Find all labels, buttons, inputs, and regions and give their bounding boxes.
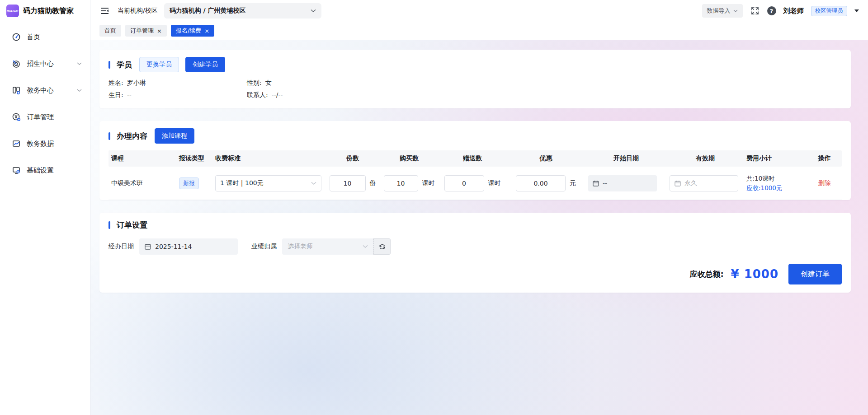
col-fee: 收费标准 xyxy=(212,154,326,163)
handling-section-title: 办理内容 xyxy=(117,131,147,141)
tab-label: 订单管理 xyxy=(130,27,154,35)
field-label: 联系人: xyxy=(247,91,268,99)
enroll-type-cell: 新报 xyxy=(176,177,212,189)
field-label: 性别: xyxy=(247,79,262,87)
app-logo: MALICAT xyxy=(6,5,19,17)
section-accent-bar xyxy=(108,221,110,229)
field-birthday: 生日: -- xyxy=(108,91,247,99)
sidebar-item-admissions[interactable]: 招生中心 xyxy=(0,55,90,73)
academic-icon xyxy=(12,86,21,95)
discount-unit: 元 xyxy=(570,179,576,187)
col-course: 课程 xyxy=(108,154,176,163)
topbar: 当前机构/校区 码力猫机构 / 广州黄埔校区 数据导入 ? 刘老师 校区管理员 xyxy=(90,0,868,22)
field-value: -- xyxy=(127,91,132,99)
purchase-cell: 课时 xyxy=(380,175,439,191)
section-accent-bar xyxy=(108,61,110,69)
handling-card: 办理内容 添加课程 课程 报读类型 收费标准 份数 购买数 赠送数 优惠 开始日… xyxy=(99,121,851,200)
start-date-input[interactable]: -- xyxy=(588,175,657,191)
order-total-row: 应收总额: ¥ 1000 创建订单 xyxy=(108,264,842,284)
owner-select[interactable]: 选择老师 xyxy=(282,238,373,255)
create-order-button[interactable]: 创建订单 xyxy=(788,264,842,284)
sidebar-item-label: 基础设置 xyxy=(27,166,54,175)
fee-standard-select[interactable]: 1 课时 | 100元 xyxy=(215,175,321,191)
student-card: 学员 更换学员 创建学员 姓名: 罗小琳 性别: 女 生日: -- 联系人 xyxy=(99,50,851,108)
tab-label: 首页 xyxy=(104,27,116,35)
field-label: 生日: xyxy=(108,91,123,99)
course-name: 中级美术班 xyxy=(108,179,176,187)
handle-date-input[interactable]: 2025-11-14 xyxy=(139,238,238,255)
chart-icon xyxy=(12,139,21,148)
close-tab-icon[interactable]: × xyxy=(157,28,162,34)
page-content: 学员 更换学员 创建学员 姓名: 罗小琳 性别: 女 生日: -- 联系人 xyxy=(90,40,868,415)
calendar-icon xyxy=(145,243,151,250)
validity-placeholder: 永久 xyxy=(684,179,697,187)
tab-home[interactable]: 首页 xyxy=(99,25,121,37)
sidebar-item-label: 订单管理 xyxy=(27,113,54,121)
app-title: 码力猫助教管家 xyxy=(23,6,74,16)
tab-bar: 首页 订单管理 × 报名/续费 × xyxy=(90,22,868,40)
sidebar-item-settings[interactable]: 基础设置 xyxy=(0,161,90,179)
org-select-value: 码力猫机构 / 广州黄埔校区 xyxy=(170,7,311,15)
target-icon xyxy=(12,59,21,68)
field-gender: 性别: 女 xyxy=(247,79,842,87)
user-role-badge: 校区管理员 xyxy=(811,6,848,16)
sidebar-nav: 首页 招生中心 教务中心 订单管理 xyxy=(0,28,90,188)
create-student-button[interactable]: 创建学员 xyxy=(185,57,225,72)
tab-enrollment-renewal[interactable]: 报名/续费 × xyxy=(171,25,214,37)
chevron-down-icon xyxy=(311,182,316,185)
order-section-title: 订单设置 xyxy=(117,220,147,230)
user-name: 刘老师 xyxy=(783,7,804,15)
help-icon[interactable]: ? xyxy=(767,6,776,15)
field-value: 女 xyxy=(265,79,272,87)
start-date-value: -- xyxy=(603,180,607,187)
chevron-down-icon xyxy=(77,89,82,92)
delete-row-link[interactable]: 删除 xyxy=(818,179,831,187)
data-import-button[interactable]: 数据导入 xyxy=(702,4,743,18)
user-menu-caret-icon[interactable] xyxy=(854,9,859,12)
close-tab-icon[interactable]: × xyxy=(204,28,209,34)
shares-input[interactable] xyxy=(330,175,366,191)
col-subtotal: 费用小计 xyxy=(744,154,807,163)
course-table-header: 课程 报读类型 收费标准 份数 购买数 赠送数 优惠 开始日期 有效期 费用小计… xyxy=(108,150,842,167)
sidebar-item-orders[interactable]: 订单管理 xyxy=(0,108,90,126)
org-select[interactable]: 码力猫机构 / 广州黄埔校区 xyxy=(164,3,321,19)
enroll-type-badge: 新报 xyxy=(179,177,199,189)
handle-date-value: 2025-11-14 xyxy=(155,243,192,250)
col-discount: 优惠 xyxy=(506,154,585,163)
chevron-down-icon xyxy=(363,245,368,248)
tab-order-management[interactable]: 订单管理 × xyxy=(125,25,167,37)
gift-input[interactable] xyxy=(444,175,484,191)
shares-unit: 份 xyxy=(370,179,376,187)
fee-standard-value: 1 课时 | 100元 xyxy=(220,179,311,187)
sidebar-item-academic[interactable]: 教务中心 xyxy=(0,81,90,99)
change-student-button[interactable]: 更换学员 xyxy=(139,57,179,72)
fullscreen-icon[interactable] xyxy=(750,6,760,16)
refresh-owner-button[interactable] xyxy=(373,238,391,255)
start-date-cell: -- xyxy=(585,175,667,191)
field-label: 姓名: xyxy=(108,79,123,87)
add-course-button[interactable]: 添加课程 xyxy=(155,128,194,144)
shares-cell: 份 xyxy=(326,175,380,191)
purchase-input[interactable] xyxy=(384,175,418,191)
discount-input[interactable] xyxy=(516,175,566,191)
validity-input[interactable]: 永久 xyxy=(670,175,738,191)
student-section-title: 学员 xyxy=(117,60,132,70)
field-value: --/-- xyxy=(272,91,283,99)
col-purchase: 购买数 xyxy=(380,154,439,163)
subtotal-total: 共:10课时 xyxy=(746,174,782,183)
col-gift: 赠送数 xyxy=(439,154,506,163)
subtotal-due: 应收:1000元 xyxy=(746,183,782,193)
subtotal-cell: 共:10课时 应收:1000元 xyxy=(744,174,807,193)
handle-date-label: 经办日期 xyxy=(108,242,134,251)
sidebar-item-label: 教务中心 xyxy=(27,86,54,95)
section-accent-bar xyxy=(108,132,110,140)
sidebar-item-home[interactable]: 首页 xyxy=(0,28,90,46)
chevron-down-icon xyxy=(311,9,316,13)
order-form: 经办日期 2025-11-14 业绩归属 选择老师 xyxy=(108,238,842,255)
fee-standard-cell: 1 课时 | 100元 xyxy=(212,175,326,191)
sidebar-item-data[interactable]: 教务数据 xyxy=(0,135,90,153)
menu-fold-icon[interactable] xyxy=(99,6,109,16)
discount-cell: 元 xyxy=(506,175,585,191)
sidebar-item-label: 招生中心 xyxy=(27,60,54,68)
calendar-icon xyxy=(675,180,681,187)
